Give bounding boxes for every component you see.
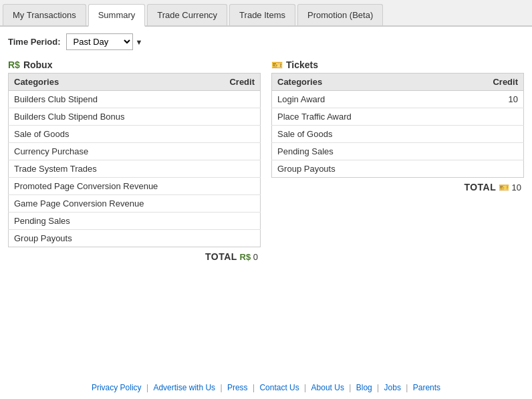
credit-cell bbox=[448, 160, 523, 178]
robux-header: R$ Robux bbox=[8, 59, 261, 70]
credit-cell bbox=[213, 178, 260, 195]
tickets-total-label: TOTAL bbox=[464, 182, 496, 192]
table-row: Group Payouts bbox=[9, 230, 261, 247]
category-cell: Currency Purchase bbox=[9, 143, 213, 160]
tables-row: R$ Robux Categories Credit Builders Club… bbox=[8, 59, 524, 266]
tickets-table: Categories Credit Login Award10Place Tra… bbox=[271, 73, 524, 178]
table-row: Pending Sales bbox=[272, 143, 524, 160]
tab-my-transactions[interactable]: My Transactions bbox=[3, 4, 86, 25]
category-cell: Game Page Conversion Revenue bbox=[9, 195, 213, 213]
main-content: Time Period: Past Day Past Week Past Mon… bbox=[0, 27, 532, 273]
footer-press[interactable]: Press bbox=[227, 383, 248, 392]
tickets-col-credit: Credit bbox=[448, 74, 523, 91]
credit-cell bbox=[448, 108, 523, 126]
table-row: Builders Club Stipend bbox=[9, 91, 261, 108]
footer-advertise[interactable]: Advertise with Us bbox=[153, 383, 215, 392]
credit-cell bbox=[213, 160, 260, 178]
robux-total-row: TOTAL R$ 0 bbox=[8, 247, 261, 266]
category-cell: Trade System Trades bbox=[9, 160, 213, 178]
tickets-total-value: 10 bbox=[512, 182, 521, 192]
tab-bar: My Transactions Summary Trade Currency T… bbox=[0, 0, 532, 27]
credit-cell bbox=[448, 126, 523, 143]
table-row: Trade System Trades bbox=[9, 160, 261, 178]
category-cell: Pending Sales bbox=[272, 143, 449, 160]
table-row: Sale of Goods bbox=[9, 126, 261, 143]
robux-total-value: 0 bbox=[253, 252, 258, 262]
footer: Privacy Policy | Advertise with Us | Pre… bbox=[0, 383, 532, 392]
tickets-col-categories: Categories bbox=[272, 74, 449, 91]
time-period-row: Time Period: Past Day Past Week Past Mon… bbox=[8, 33, 524, 50]
table-row: Game Page Conversion Revenue bbox=[9, 195, 261, 213]
category-cell: Sale of Goods bbox=[272, 126, 449, 143]
table-row: Sale of Goods bbox=[272, 126, 524, 143]
tab-summary[interactable]: Summary bbox=[88, 4, 146, 27]
footer-blog[interactable]: Blog bbox=[356, 383, 372, 392]
credit-cell bbox=[213, 108, 260, 126]
category-cell: Login Award bbox=[272, 91, 449, 108]
credit-cell bbox=[213, 213, 260, 230]
category-cell: Builders Club Stipend bbox=[9, 91, 213, 108]
robux-section: R$ Robux Categories Credit Builders Club… bbox=[8, 59, 261, 266]
table-row: Group Payouts bbox=[272, 160, 524, 178]
footer-about[interactable]: About Us bbox=[311, 383, 344, 392]
credit-cell bbox=[448, 143, 523, 160]
category-cell: Pending Sales bbox=[9, 213, 213, 230]
time-period-select[interactable]: Past Day Past Week Past Month bbox=[66, 33, 133, 50]
category-cell: Group Payouts bbox=[9, 230, 213, 247]
table-row: Pending Sales bbox=[9, 213, 261, 230]
time-period-label: Time Period: bbox=[8, 37, 61, 47]
select-arrow: ▼ bbox=[136, 38, 143, 46]
category-cell: Promoted Page Conversion Revenue bbox=[9, 178, 213, 195]
credit-cell bbox=[213, 143, 260, 160]
footer-jobs[interactable]: Jobs bbox=[384, 383, 401, 392]
credit-cell: 10 bbox=[448, 91, 523, 108]
footer-contact[interactable]: Contact Us bbox=[259, 383, 299, 392]
table-row: Place Traffic Award bbox=[272, 108, 524, 126]
robux-col-credit: Credit bbox=[213, 74, 260, 91]
ticket-icon: 🎫 bbox=[271, 59, 283, 70]
robux-icon: R$ bbox=[8, 59, 20, 70]
credit-cell bbox=[213, 126, 260, 143]
tab-promotion-beta[interactable]: Promotion (Beta) bbox=[297, 4, 383, 25]
robux-table: Categories Credit Builders Club StipendB… bbox=[8, 73, 261, 247]
credit-cell bbox=[213, 195, 260, 213]
category-cell: Sale of Goods bbox=[9, 126, 213, 143]
footer-privacy[interactable]: Privacy Policy bbox=[92, 383, 142, 392]
tickets-header: 🎫 Tickets bbox=[271, 59, 524, 70]
footer-parents[interactable]: Parents bbox=[413, 383, 440, 392]
robux-total-icon: R$ bbox=[240, 252, 251, 262]
category-cell: Builders Club Stipend Bonus bbox=[9, 108, 213, 126]
robux-col-categories: Categories bbox=[9, 74, 213, 91]
footer-links: Privacy Policy | Advertise with Us | Pre… bbox=[89, 383, 443, 392]
credit-cell bbox=[213, 91, 260, 108]
ticket-total-icon: 🎫 bbox=[499, 182, 509, 192]
table-row: Builders Club Stipend Bonus bbox=[9, 108, 261, 126]
category-cell: Group Payouts bbox=[272, 160, 449, 178]
tickets-title: Tickets bbox=[286, 59, 318, 70]
tickets-total-row: TOTAL 🎫 10 bbox=[271, 178, 524, 196]
table-row: Promoted Page Conversion Revenue bbox=[9, 178, 261, 195]
robux-title: Robux bbox=[23, 59, 53, 70]
tab-trade-currency[interactable]: Trade Currency bbox=[147, 4, 227, 25]
robux-total-label: TOTAL bbox=[205, 251, 237, 262]
table-row: Login Award10 bbox=[272, 91, 524, 108]
table-row: Currency Purchase bbox=[9, 143, 261, 160]
credit-cell bbox=[213, 230, 260, 247]
tab-trade-items[interactable]: Trade Items bbox=[229, 4, 295, 25]
category-cell: Place Traffic Award bbox=[272, 108, 449, 126]
tickets-section: 🎫 Tickets Categories Credit Login Award1… bbox=[271, 59, 524, 266]
